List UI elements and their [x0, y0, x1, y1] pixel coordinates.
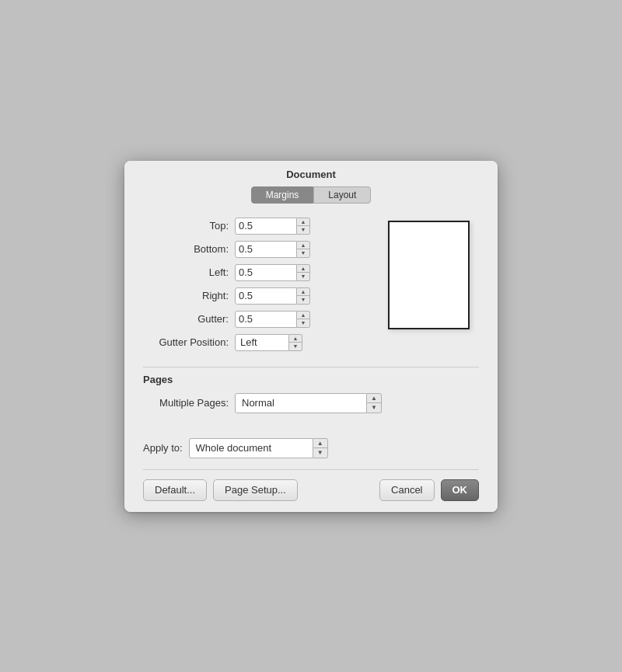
right-spinner-group: ▲ ▼	[235, 287, 310, 305]
multiple-pages-row: Multiple Pages: Normal Mirror Margins 2 …	[143, 393, 479, 413]
button-row: Default... Page Setup... Cancel OK	[143, 479, 479, 501]
top-row: Top: ▲ ▼	[143, 218, 365, 235]
top-arrow-up[interactable]: ▲	[297, 218, 309, 226]
left-input[interactable]	[235, 264, 297, 281]
gutter-position-group: Left Right Top ▲ ▼	[235, 334, 302, 351]
main-area: Top: ▲ ▼ Bottom: ▲	[143, 218, 479, 357]
tab-margins[interactable]: Margins	[251, 186, 314, 204]
page-preview	[388, 221, 470, 329]
document-dialog: Document Margins Layout Top: ▲ ▼	[124, 161, 498, 512]
bottom-section: Apply to: Whole document This section Th…	[124, 432, 498, 512]
gutter-row: Gutter: ▲ ▼	[143, 311, 365, 328]
apply-up-icon: ▲	[313, 439, 327, 448]
top-spinner-group: ▲ ▼	[235, 218, 310, 235]
gutter-arrows: ▲ ▼	[297, 311, 310, 328]
top-arrow-down[interactable]: ▼	[297, 226, 309, 234]
multiple-pages-select[interactable]: Normal Mirror Margins 2 pages per sheet …	[235, 393, 367, 413]
tab-layout[interactable]: Layout	[313, 186, 371, 204]
gutter-arrow-down[interactable]: ▼	[297, 319, 309, 327]
multiple-pages-group: Normal Mirror Margins 2 pages per sheet …	[235, 393, 382, 413]
multiple-pages-up-icon: ▲	[367, 394, 381, 403]
bottom-separator	[143, 469, 479, 470]
left-row: Left: ▲ ▼	[143, 264, 365, 281]
multiple-pages-down-icon: ▼	[367, 403, 381, 413]
left-arrows: ▲ ▼	[297, 264, 310, 281]
right-arrows: ▲ ▼	[297, 287, 310, 305]
left-arrow-up[interactable]: ▲	[297, 265, 309, 273]
top-label: Top:	[143, 220, 229, 232]
bottom-input[interactable]	[235, 241, 297, 258]
top-arrows: ▲ ▼	[297, 218, 310, 235]
bottom-arrow-up[interactable]: ▲	[297, 242, 309, 249]
section-divider	[143, 367, 479, 367]
apply-down-icon: ▼	[313, 448, 327, 458]
apply-select-group: Whole document This section This point f…	[189, 438, 328, 458]
right-arrow-down[interactable]: ▼	[297, 296, 309, 304]
margins-content: Top: ▲ ▼ Bottom: ▲	[124, 211, 498, 432]
multiple-pages-label: Multiple Pages:	[143, 397, 229, 409]
right-row: Right: ▲ ▼	[143, 287, 365, 305]
preview-area	[378, 218, 479, 357]
apply-arrow[interactable]: ▲ ▼	[313, 438, 328, 458]
gutter-spinner-group: ▲ ▼	[235, 311, 310, 328]
left-spinner-group: ▲ ▼	[235, 264, 310, 281]
gutter-position-row: Gutter Position: Left Right Top ▲ ▼	[143, 334, 365, 351]
right-input[interactable]	[235, 287, 297, 305]
bottom-spinner-group: ▲ ▼	[235, 241, 310, 258]
apply-row: Apply to: Whole document This section Th…	[143, 438, 479, 458]
title-text: Document	[286, 169, 336, 180]
page-setup-button[interactable]: Page Setup...	[213, 479, 298, 501]
dialog-title: Document	[124, 161, 498, 180]
gutter-input[interactable]	[235, 311, 297, 328]
multiple-pages-arrow[interactable]: ▲ ▼	[367, 393, 382, 413]
pages-section-title: Pages	[143, 374, 479, 385]
default-button[interactable]: Default...	[143, 479, 207, 501]
gutter-position-arrow[interactable]: ▲ ▼	[289, 334, 302, 351]
bottom-label: Bottom:	[143, 243, 229, 255]
right-arrow-up[interactable]: ▲	[297, 288, 309, 296]
tab-bar: Margins Layout	[124, 180, 498, 211]
left-label: Left:	[143, 266, 229, 278]
apply-to-select[interactable]: Whole document This section This point f…	[189, 438, 313, 458]
cancel-button[interactable]: Cancel	[379, 479, 434, 501]
left-arrow-down[interactable]: ▼	[297, 273, 309, 280]
form-section: Top: ▲ ▼ Bottom: ▲	[143, 218, 365, 357]
gutter-position-label: Gutter Position:	[143, 336, 229, 348]
gutter-position-select[interactable]: Left Right Top	[235, 334, 289, 351]
top-input[interactable]	[235, 218, 297, 235]
bottom-row: Bottom: ▲ ▼	[143, 241, 365, 258]
gutter-arrow-up[interactable]: ▲	[297, 312, 309, 319]
bottom-arrow-down[interactable]: ▼	[297, 249, 309, 257]
gutter-label: Gutter:	[143, 313, 229, 325]
bottom-arrows: ▲ ▼	[297, 241, 310, 258]
ok-button[interactable]: OK	[441, 479, 480, 501]
right-label: Right:	[143, 290, 229, 301]
gutter-pos-up-icon: ▲	[289, 335, 302, 343]
gutter-pos-down-icon: ▼	[289, 343, 302, 350]
apply-label: Apply to:	[143, 442, 183, 454]
